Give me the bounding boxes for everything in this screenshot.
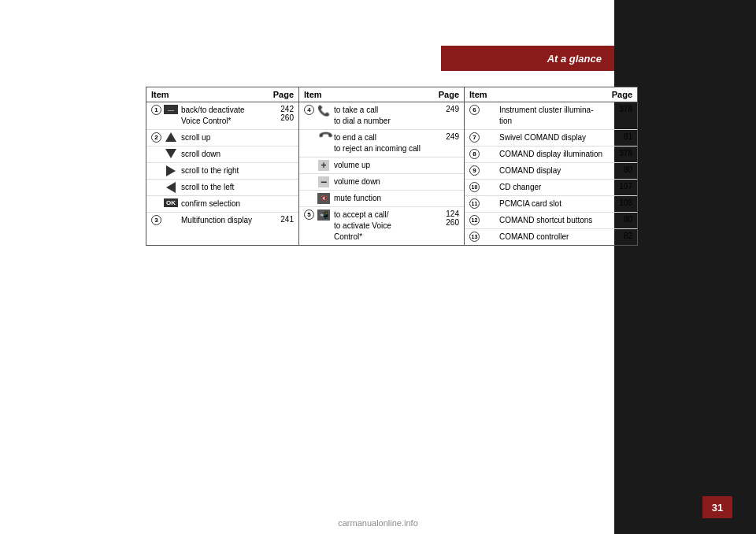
table-row: − volume down <box>299 174 464 191</box>
phone-end-icon: 📞 <box>313 127 334 147</box>
mute-icon: 🔇 <box>315 192 332 204</box>
row-num: 4 <box>304 104 315 115</box>
header-banner: At a glance <box>441 46 614 71</box>
table-row: 3 Multifunction display 241 <box>146 213 298 228</box>
row-desc: volume down <box>332 176 435 188</box>
row-num: 10 <box>469 181 480 192</box>
row-num <box>151 165 162 165</box>
row-num <box>304 192 315 193</box>
table-2-item-col: Item <box>304 90 435 99</box>
minus-icon: − <box>315 176 332 187</box>
row-num: 12 <box>469 214 480 225</box>
row-desc: to end a callto reject an incoming call <box>332 132 435 155</box>
row-desc: back/to deactivateVoice Control* <box>180 104 270 128</box>
row-num: 1 <box>151 104 162 115</box>
row-desc: Multifunction display <box>180 214 270 227</box>
table-2: Item Page 4 📞 to take a callto dial a nu… <box>299 87 465 246</box>
table-row: scroll down <box>146 146 298 163</box>
back-icon: — <box>162 104 180 114</box>
table-row: 4 📞 to take a callto dial a number 249 <box>299 102 464 130</box>
table-2-page-col: Page <box>435 90 459 99</box>
table-3-item-col: Item <box>469 90 609 99</box>
table-1-item-col: Item <box>151 90 270 99</box>
content-area <box>0 0 614 534</box>
row-desc: scroll down <box>180 148 270 161</box>
row-desc: COMAND display illumination <box>498 148 609 161</box>
row-page: 241 <box>270 214 294 224</box>
table-3: Item Page 6 Instrument cluster illumina-… <box>465 87 638 246</box>
row-page: 107 <box>609 181 632 191</box>
row-desc: COMAND controller <box>498 231 609 243</box>
table-row: 2 scroll up <box>146 130 298 146</box>
row-num: 9 <box>469 165 480 176</box>
circle-num: 5 <box>304 210 314 220</box>
page-number: 31 <box>712 502 723 514</box>
table-row: 9 COMAND display 80 <box>465 163 637 180</box>
no-icon <box>480 214 498 215</box>
table-row: 6 Instrument cluster illumina-tion 378 <box>465 102 637 130</box>
tables-container: Item Page 1 — back/to deactivateVoice Co… <box>146 87 638 246</box>
table-1: Item Page 1 — back/to deactivateVoice Co… <box>146 87 299 246</box>
watermark: carmanualonline.info <box>338 518 418 528</box>
no-icon <box>162 214 180 215</box>
no-icon <box>480 198 498 198</box>
row-page <box>270 148 294 149</box>
row-page: 81 <box>609 132 632 141</box>
table-row: 1 — back/to deactivateVoice Control* 242… <box>146 102 298 130</box>
arrow-right-icon <box>162 165 180 176</box>
row-page: 124260 <box>435 209 459 227</box>
row-desc: scroll to the left <box>180 181 270 194</box>
row-desc: mute function <box>332 192 435 205</box>
row-desc: PCMCIA card slot <box>498 198 609 210</box>
row-num <box>151 181 162 182</box>
table-3-page-col: Page <box>609 90 632 99</box>
row-num: 2 <box>151 132 162 143</box>
row-num: 8 <box>469 148 480 159</box>
row-num <box>151 198 162 198</box>
table-1-header: Item Page <box>146 87 298 102</box>
table-row: 10 CD changer 107 <box>465 180 637 196</box>
row-num: 11 <box>469 198 480 209</box>
row-page <box>270 165 294 165</box>
row-desc: volume up <box>332 159 435 172</box>
row-page: 80 <box>609 165 632 174</box>
circle-num: 3 <box>151 215 161 225</box>
row-num: 6 <box>469 104 480 115</box>
watermark-text: carmanualonline.info <box>338 518 418 528</box>
row-page <box>435 192 459 193</box>
row-page: 242260 <box>270 104 294 122</box>
accept-call-icon: 📲 <box>315 209 332 221</box>
table-row: 12 COMAND shortcut buttons 80 <box>465 213 637 229</box>
no-icon <box>480 231 498 232</box>
table-row: 📞 to end a callto reject an incoming cal… <box>299 130 464 158</box>
row-desc: COMAND display <box>498 165 609 177</box>
row-num <box>304 176 315 176</box>
table-row: + volume up <box>299 158 464 174</box>
row-page <box>270 181 294 182</box>
row-page <box>270 198 294 198</box>
no-icon <box>480 104 498 105</box>
row-desc: Swivel COMAND display <box>498 132 609 144</box>
row-page <box>270 132 294 132</box>
no-icon <box>480 132 498 132</box>
row-desc: COMAND shortcut buttons <box>498 214 609 227</box>
arrow-up-icon <box>162 132 180 142</box>
row-num: 7 <box>469 132 480 143</box>
table-row: 11 PCMCIA card slot 108 <box>465 196 637 213</box>
circle-num: 1 <box>151 105 161 115</box>
row-page <box>435 159 459 160</box>
table-2-header: Item Page <box>299 87 464 102</box>
page-number-box: 31 <box>702 496 732 518</box>
row-page: 80 <box>609 214 632 224</box>
row-desc: to accept a call/to activate VoiceContro… <box>332 209 435 243</box>
no-icon <box>480 148 498 149</box>
table-row: OK confirm selection <box>146 196 298 213</box>
plus-icon: + <box>315 159 332 171</box>
no-icon <box>480 181 498 182</box>
row-num <box>151 148 162 149</box>
row-page: 378 <box>609 148 632 158</box>
row-page: 82 <box>609 231 632 240</box>
row-desc: scroll up <box>180 132 270 144</box>
table-1-page-col: Page <box>270 90 294 99</box>
row-page: 249 <box>435 132 459 141</box>
